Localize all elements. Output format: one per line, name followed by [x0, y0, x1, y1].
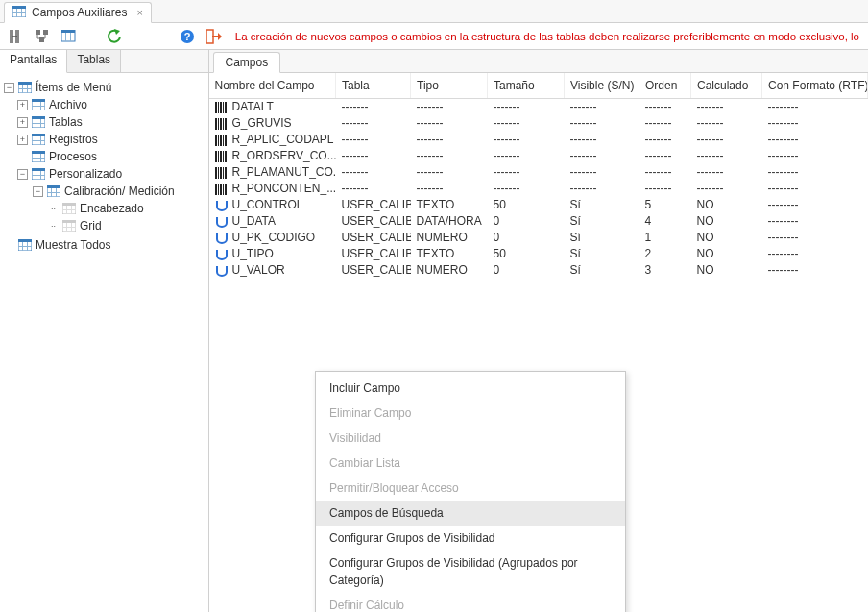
user-field-icon [215, 200, 229, 211]
system-field-icon [215, 184, 229, 195]
tree-item-personalizado[interactable]: − Personalizado [4, 165, 205, 183]
context-menu[interactable]: Incluir CampoEliminar CampoVisibilidadCa… [315, 371, 626, 612]
col-orden[interactable]: Orden [639, 73, 691, 99]
cell-visible: Sí [565, 213, 639, 230]
toolbar-grid-button[interactable] [60, 27, 79, 46]
cell-tipo: ------- [411, 132, 488, 148]
tree-label: Calibración/ Medición [64, 184, 175, 198]
cell-calculado: NO [691, 213, 762, 230]
close-icon[interactable]: × [136, 7, 142, 18]
cell-tamano: 50 [488, 197, 565, 213]
cell-orden: ------- [639, 115, 691, 132]
col-calculado[interactable]: Calculado [691, 73, 762, 99]
cell-calculado: NO [691, 262, 762, 279]
col-nombre[interactable]: Nombre del Campo [209, 73, 336, 99]
toolbar-link-columns-button[interactable] [6, 27, 25, 46]
tree-label: Procesos [49, 150, 97, 163]
cell-orden: ------- [639, 99, 691, 115]
toolbar-refresh-button[interactable] [105, 27, 124, 46]
right-pane-tabs: Campos [209, 50, 869, 73]
cell-tabla: ------- [336, 148, 411, 164]
toolbar-help-button[interactable] [178, 27, 197, 46]
menu-item: Cambiar Lista [316, 451, 625, 476]
user-field-icon [215, 233, 229, 244]
col-formato[interactable]: Con Formato (RTF) [762, 73, 868, 99]
tree-label: Muestra Todos [36, 238, 111, 252]
tab-label: Pantallas [10, 53, 57, 66]
table-row[interactable]: R_APLIC_CODAPL--------------------------… [209, 132, 868, 148]
toolbar: La creación de nuevos campos o cambios e… [0, 23, 868, 50]
toolbar-exit-button[interactable] [205, 27, 224, 46]
grid-icon [32, 151, 45, 162]
table-row[interactable]: U_DATAUSER_CALIBDATA/HORA0Sí4NO-------- [209, 213, 868, 230]
col-label: Orden [645, 79, 677, 92]
window-tab-campos-auxiliares[interactable]: Campos Auxiliares × [4, 2, 152, 23]
collapse-icon[interactable]: − [17, 169, 28, 180]
table-row[interactable]: G_GRUVIS--------------------------------… [209, 115, 868, 132]
table-row[interactable]: R_ORDSERV_CO...-------------------------… [209, 148, 868, 164]
tab-pantallas[interactable]: Pantallas [0, 50, 67, 73]
col-tabla[interactable]: Tabla [336, 73, 411, 99]
expand-icon[interactable]: + [17, 117, 28, 128]
cell-tamano: ------- [488, 115, 565, 132]
menu-item[interactable]: Configurar Grupos de Visibilidad [316, 526, 625, 551]
tree-item-registros[interactable]: + Registros [4, 131, 205, 148]
tree-item-encabezado[interactable]: ·· Encabezado [4, 200, 205, 217]
fields-table[interactable]: Nombre del Campo Tabla Tipo Tamaño Visib… [209, 73, 869, 279]
cell-tabla: USER_CALIB [336, 197, 411, 213]
toolbar-tree-button[interactable] [33, 27, 52, 46]
cell-formato: -------- [762, 262, 868, 279]
table-row[interactable]: R_PONCONTEN_...-------------------------… [209, 181, 868, 197]
cell-nombre: U_PK_CODIGO [232, 231, 316, 244]
cell-tabla: ------- [336, 132, 411, 148]
tree-item-archivo[interactable]: + Archivo [4, 96, 205, 113]
cell-visible: Sí [565, 197, 639, 213]
grid-icon [47, 185, 60, 197]
cell-tabla: USER_CALIB [336, 230, 411, 246]
tab-tablas[interactable]: Tablas [67, 50, 121, 72]
cell-orden: 5 [639, 197, 691, 213]
collapse-icon[interactable]: − [33, 186, 43, 197]
spacer: ·· [48, 221, 59, 232]
grid-icon [32, 168, 45, 180]
table-row[interactable]: U_CONTROLUSER_CALIBTEXTO50Sí5NO-------- [209, 197, 868, 213]
expand-icon[interactable]: + [17, 100, 28, 110]
cell-visible: ------- [565, 132, 639, 148]
tree-item-grid[interactable]: ·· Grid [4, 217, 205, 234]
col-tipo[interactable]: Tipo [411, 73, 488, 99]
cell-nombre: G_GRUVIS [232, 116, 292, 130]
spacer [17, 152, 28, 162]
left-pane: Pantallas Tablas − Ítems de Menú + Archi… [0, 50, 209, 612]
table-row[interactable]: U_VALORUSER_CALIBNUMERO0Sí3NO-------- [209, 262, 868, 279]
collapse-icon[interactable]: − [4, 83, 14, 93]
cell-nombre: U_VALOR [232, 263, 285, 277]
cell-tipo: ------- [411, 164, 488, 181]
cell-nombre: U_CONTROL [232, 198, 303, 211]
expand-icon[interactable]: + [17, 135, 28, 145]
menu-item[interactable]: Configurar Grupos de Visibilidad (Agrupa… [316, 551, 625, 593]
tree-root-items-de-menu[interactable]: − Ítems de Menú [4, 79, 205, 96]
tree-label: Ítems de Menú [36, 81, 111, 94]
menu-item: Visibilidad [316, 426, 625, 451]
tree-item-tablas[interactable]: + Tablas [4, 113, 205, 131]
window-tab-bar: Campos Auxiliares × [0, 0, 868, 23]
menu-item: Definir Cálculo [316, 593, 625, 612]
tab-campos[interactable]: Campos [213, 52, 281, 73]
col-visible[interactable]: Visible (S/N) [565, 73, 639, 99]
table-row[interactable]: DATALT----------------------------------… [209, 99, 868, 115]
tree-item-calibracion-medicion[interactable]: − Calibración/ Medición [4, 183, 205, 200]
menu-item[interactable]: Campos de Búsqueda [316, 501, 625, 526]
menu-item[interactable]: Incluir Campo [316, 376, 625, 401]
toolbar-warning-text: La creación de nuevos campos o cambios e… [235, 31, 862, 42]
tree-item-muestra-todos[interactable]: Muestra Todos [4, 236, 205, 254]
menu-tree[interactable]: − Ítems de Menú + Archivo + Tablas + Reg… [0, 73, 208, 612]
tree-item-procesos[interactable]: Procesos [4, 148, 205, 165]
col-tamano[interactable]: Tamaño [488, 73, 565, 99]
table-row[interactable]: U_PK_CODIGOUSER_CALIBNUMERO0Sí1NO-------… [209, 230, 868, 246]
table-row[interactable]: U_TIPOUSER_CALIBTEXTO50Sí2NO-------- [209, 246, 868, 262]
cell-calculado: ------- [691, 148, 762, 164]
cell-formato: -------- [762, 197, 868, 213]
table-row[interactable]: R_PLAMANUT_CO...------------------------… [209, 164, 868, 181]
tree-label: Registros [49, 133, 98, 146]
cell-orden: 3 [639, 262, 691, 279]
